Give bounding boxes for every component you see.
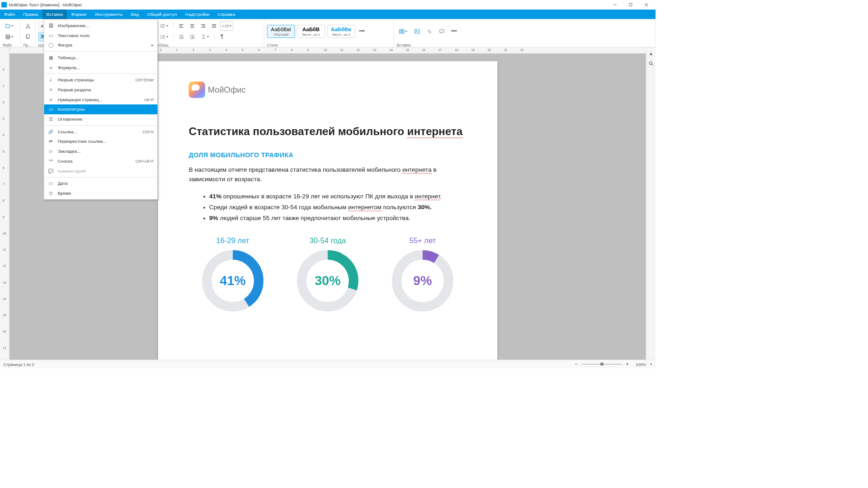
svg-point-58	[649, 62, 652, 65]
menu-правка[interactable]: Правка	[19, 9, 42, 19]
style-загол...ок 2[interactable]: АаБбВвЗагол...ок 2	[327, 25, 355, 38]
menu-item-разрыв-страницы[interactable]: ⤓Разрыв страницыCtrl+Enter	[44, 75, 157, 84]
insert-image-button[interactable]	[412, 27, 422, 36]
statusbar: Страница 1 из 2 − + 100%	[0, 360, 656, 369]
menu-item-нумерация-страниц[interactable]: #Нумерация страниц...Alt+P	[44, 94, 157, 104]
menu-item-дата[interactable]: ▭Дата	[44, 178, 157, 188]
group-edit-label: Пр...	[23, 42, 32, 47]
window-title: МойОфис Текст [Изменен] - МойОфис	[9, 2, 607, 7]
titlebar: МойОфис Текст [Изменен] - МойОфис	[0, 0, 656, 9]
chart-55+-лет: 55+ лет9%	[392, 237, 453, 312]
menu-item-текстовое-поле[interactable]: ▭Текстовое поле	[44, 30, 157, 40]
svg-point-15	[161, 27, 162, 28]
menu-формат[interactable]: Формат	[67, 9, 91, 19]
group-file-label: Файл	[3, 42, 17, 47]
zoom-dropdown-icon[interactable]	[650, 364, 652, 365]
insert-table-button[interactable]	[397, 27, 410, 36]
menubar: ФайлПравкаВставкаФорматИнструментыВидОбщ…	[0, 9, 656, 19]
svg-point-11	[161, 24, 162, 25]
chart-16-29-лет: 16-29 лет41%	[202, 237, 264, 312]
vertical-ruler[interactable]: 0123456789101112131415161718	[0, 47, 9, 360]
menu-инструменты[interactable]: Инструменты	[91, 9, 127, 19]
menu-вставка[interactable]: Вставка	[42, 9, 67, 19]
numbering-button[interactable]: 123	[158, 32, 171, 42]
svg-point-51	[415, 30, 416, 31]
group-insert-label: Вставка	[397, 42, 653, 47]
menu-item-сноска[interactable]: ᴬᴮСноскаCtrl+Alt+F	[44, 156, 157, 166]
svg-point-13	[161, 25, 162, 26]
maximize-button[interactable]	[623, 0, 638, 9]
minimize-button[interactable]	[607, 0, 623, 9]
charts-row: 16-29 лет41%30-54 года30%55+ лет9%	[189, 237, 467, 312]
menu-item-формула[interactable]: πФормула...	[44, 62, 157, 72]
indent-increase-button[interactable]	[188, 32, 197, 42]
document-page[interactable]: МойОфис Статистика пользователей мобильн…	[158, 61, 498, 360]
menu-item-время[interactable]: ◷Время	[44, 188, 157, 198]
group-styles-label: Стили	[267, 42, 391, 47]
group-para-label: Абзац	[158, 42, 261, 47]
menu-item-ссылка[interactable]: 🔗Ссылка...Ctrl+K	[44, 127, 157, 136]
svg-rect-1	[629, 4, 632, 6]
menu-item-изображение[interactable]: 🖼Изображение...	[44, 20, 157, 30]
copy-button[interactable]	[23, 32, 32, 42]
insert-link-button[interactable]	[425, 27, 434, 36]
spacing-button[interactable]	[198, 32, 212, 42]
menu-общий доступ[interactable]: Общий доступ	[143, 9, 181, 19]
align-center-button[interactable]	[188, 21, 197, 31]
line-spacing-button[interactable]: 1,15	[220, 21, 233, 31]
more-styles-button[interactable]: •••	[357, 27, 367, 36]
menu-item-комментарий: 💬Комментарий	[44, 166, 157, 176]
menu-справка[interactable]: Справка	[214, 9, 240, 19]
zoom-value: 100%	[632, 362, 646, 367]
cut-button[interactable]	[23, 21, 32, 31]
insert-comment-button[interactable]	[437, 27, 447, 36]
bullet-list: 41% опрошенных в возрасте 16-29 лет не и…	[189, 192, 467, 223]
search-icon[interactable]	[647, 60, 655, 67]
align-right-button[interactable]	[198, 21, 208, 31]
svg-rect-45	[400, 29, 405, 33]
close-button[interactable]	[638, 0, 654, 9]
heading-1: Статистика пользователей мобильного инте…	[189, 125, 467, 138]
menu-item-таблица[interactable]: ▦Таблица...	[44, 52, 157, 62]
menu-вид[interactable]: Вид	[127, 9, 143, 19]
page-indicator: Страница 1 из 2	[4, 362, 34, 367]
heading-2: ДОЛЯ МОБИЛЬНОГО ТРАФИКА	[189, 151, 467, 159]
print-button[interactable]	[3, 32, 16, 42]
menu-item-закладка[interactable]: ▷Закладка...	[44, 146, 157, 156]
indent-decrease-button[interactable]	[176, 32, 186, 42]
svg-text:3: 3	[160, 38, 161, 39]
bullets-button[interactable]	[158, 21, 171, 31]
align-justify-button[interactable]	[209, 21, 219, 31]
style-загол...ок 1[interactable]: АаБбВЗагол...ок 1	[297, 25, 325, 38]
nonprinting-button[interactable]: ¶	[217, 32, 226, 42]
open-button[interactable]	[3, 21, 16, 31]
right-panel: ▴	[646, 47, 656, 360]
list-item: 41% опрошенных в возрасте 16-29 лет не и…	[209, 192, 467, 201]
insert-menu-dropdown: 🖼Изображение...▭Текстовое поле◯Фигура▸▦Т…	[44, 19, 158, 200]
zoom-out-button[interactable]: −	[575, 361, 578, 367]
scroll-up-button[interactable]: ▴	[647, 50, 655, 57]
menu-item-оглавление[interactable]: ☰Оглавление	[44, 114, 157, 124]
list-item: 9% людей старше 55 лет также предпочитаю…	[209, 213, 467, 223]
menu-item-перекрестная-ссылка[interactable]: ⇄Перекрестная ссылка...	[44, 136, 157, 146]
menu-надстройки[interactable]: Надстройки	[181, 9, 214, 19]
paragraph: В настоящем отчете представлена статисти…	[189, 165, 467, 184]
chart-30-54-года: 30-54 года30%	[297, 237, 359, 312]
logo-icon	[189, 81, 205, 98]
list-item: Среди людей в возрасте 30-54 года мобиль…	[209, 202, 467, 212]
svg-line-59	[651, 64, 653, 66]
app-icon	[1, 2, 7, 8]
zoom-in-button[interactable]: +	[626, 361, 629, 367]
svg-rect-6	[6, 38, 9, 39]
align-left-button[interactable]	[176, 21, 186, 31]
logo-text: МойОфис	[208, 85, 246, 94]
menu-item-колонтитулы[interactable]: ▭Колонтитулы	[44, 104, 157, 114]
zoom-slider[interactable]	[581, 364, 623, 365]
menu-файл[interactable]: Файл	[0, 9, 19, 19]
svg-rect-10	[27, 34, 29, 38]
menu-item-фигура[interactable]: ◯Фигура▸	[44, 40, 157, 50]
style-обычный[interactable]: АаБбВвІОбычный	[267, 25, 295, 38]
more-insert-button[interactable]: •••	[449, 27, 459, 36]
menu-item-разрыв-раздела[interactable]: ≡Разрыв раздела	[44, 84, 157, 94]
